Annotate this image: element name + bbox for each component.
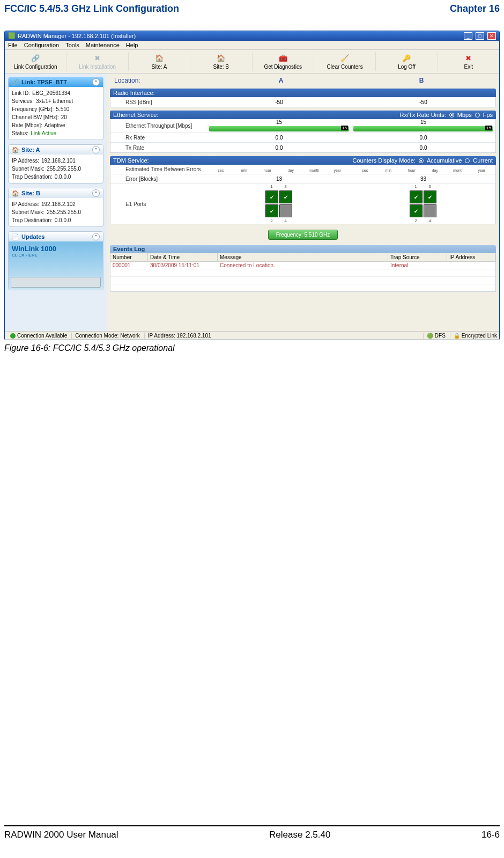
app-icon: 🟩 [8, 32, 16, 40]
radio-mbps[interactable] [449, 113, 454, 118]
e1-port-b1[interactable]: ✔ [410, 190, 423, 203]
install-icon: ✖ [93, 53, 102, 63]
ethernet-header: Ethernet Service: Rx/Tx Rate Units: Mbps… [110, 111, 496, 119]
event-row[interactable]: 000001 30/03/2009 15:11:01 Connected to … [110, 262, 495, 269]
col-ipaddress[interactable]: IP Address [447, 253, 495, 261]
column-a-header: A [211, 77, 351, 84]
app-title: RADWIN Manager - 192.168.2.101 (Installe… [18, 33, 136, 39]
tb-clear-counters[interactable]: 🧹Clear Counters [314, 52, 376, 71]
menu-maintenance[interactable]: Maintenance [86, 42, 120, 48]
e1-port-b4[interactable] [424, 204, 436, 217]
status-dfs: 🟢DFS [423, 333, 446, 339]
status-encrypted: 🔒Encrypted Link [450, 333, 497, 339]
event-row-blank [110, 276, 495, 284]
status-mode: Connection Mode: Network [71, 333, 140, 339]
exit-icon: ✖ [464, 53, 473, 63]
e1-port-a1[interactable]: ✔ [265, 190, 278, 203]
chevron-up-icon[interactable]: ˄ [92, 189, 100, 197]
chevron-up-icon[interactable]: ˄ [92, 78, 100, 86]
tb-log-off[interactable]: 🔑Log Off [376, 52, 438, 71]
menu-tools[interactable]: Tools [65, 42, 79, 48]
events-table: Number Date & Time Message Trap Source I… [110, 253, 496, 292]
col-number[interactable]: Number [110, 253, 148, 261]
timescale-b: secminhourdaymonthyear [351, 167, 495, 172]
tb-exit[interactable]: ✖Exit [438, 52, 499, 71]
link-icon: 🔗 [31, 53, 40, 63]
col-message[interactable]: Message [218, 253, 388, 261]
lock-icon: 🔒 [454, 333, 460, 339]
column-b-header: B [351, 77, 492, 84]
status-ip: IP Address: 192.168.2.101 [144, 333, 211, 339]
footer-center: Release 2.5.40 [269, 830, 330, 840]
titlebar: 🟩 RADWIN Manager - 192.168.2.101 (Instal… [5, 31, 499, 41]
site-b-icon: 🏠 [216, 53, 226, 63]
panel-site-a-header[interactable]: 🏠 Site: A ˄ [9, 145, 103, 155]
site-a-icon: 🏠 [154, 53, 164, 63]
e1-ports-b: 13 ✔✔ ✔ 24 [410, 184, 438, 224]
radio-accumulative[interactable] [419, 158, 424, 163]
footer-left: RADWIN 2000 User Manual [4, 830, 118, 840]
status-dot-icon [10, 333, 16, 339]
radio-fps[interactable] [475, 113, 480, 118]
updates-icon: 📄 [12, 233, 19, 240]
tb-link-installation[interactable]: ✖Link Installation [66, 52, 128, 71]
status-connection: Connection Available [7, 333, 67, 339]
events-section: Events Log Number Date & Time Message Tr… [110, 245, 496, 292]
minimize-button[interactable]: _ [464, 32, 472, 40]
tdm-header: TDM Service: Counters Display Mode: Accu… [110, 156, 496, 165]
toolbar: 🔗Link Configuration ✖Link Installation 🏠… [5, 50, 499, 74]
close-button[interactable]: ✕ [487, 32, 496, 40]
footer-right: 16-6 [481, 830, 500, 840]
event-row-blank [110, 269, 495, 276]
throughput-bar-b: 015 [353, 125, 493, 133]
app-window: 🟩 RADWIN Manager - 192.168.2.101 (Instal… [4, 31, 500, 340]
device-graphic [11, 277, 101, 288]
menu-help[interactable]: Help [126, 42, 138, 48]
e1-ports-a: 13 ✔✔ ✔ 24 [265, 184, 293, 224]
tdm-section: TDM Service: Counters Display Mode: Accu… [110, 156, 496, 224]
panel-site-a-body: IP Address:192.168.2.101 Subnet Mask:255… [9, 155, 103, 183]
radio-current[interactable] [465, 158, 470, 163]
tb-site-b[interactable]: 🏠Site: B [190, 52, 252, 71]
e1-port-a2[interactable]: ✔ [265, 204, 278, 217]
chevron-up-icon[interactable]: ˄ [92, 146, 100, 153]
menu-configuration[interactable]: Configuration [24, 42, 59, 48]
statusbar: Connection Available Connection Mode: Ne… [5, 331, 499, 340]
menu-file[interactable]: File [8, 42, 18, 48]
diagnostics-icon: 🧰 [278, 53, 288, 63]
event-row-blank [110, 284, 495, 291]
panel-updates-header[interactable]: 📄 Updates ˄ [9, 232, 103, 241]
page-footer: RADWIN 2000 User Manual Release 2.5.40 1… [4, 825, 500, 840]
page-header: FCC/IC 5.4/5.3 GHz Link Configuration Ch… [4, 3, 500, 14]
tb-link-configuration[interactable]: 🔗Link Configuration [5, 52, 66, 71]
e1-port-b3[interactable]: ✔ [424, 190, 436, 203]
col-datetime[interactable]: Date & Time [148, 253, 218, 261]
panel-site-b: 🏠 Site: B ˄ IP Address:192.168.2.102 Sub… [8, 188, 103, 227]
throughput-bar-a: 015 [209, 125, 349, 133]
timescale-a: secminhourdaymonthyear [207, 167, 351, 172]
e1-port-b2[interactable]: ✔ [410, 204, 423, 217]
location-row: Location: A B [110, 76, 496, 85]
header-left: FCC/IC 5.4/5.3 GHz Link Configuration [4, 3, 179, 14]
radio-header: Radio Interface: [110, 89, 496, 97]
col-trapsource[interactable]: Trap Source [388, 253, 447, 261]
tb-diagnostics[interactable]: 🧰Get Diagnostics [253, 52, 314, 71]
panel-site-b-header[interactable]: 🏠 Site: B ˄ [9, 188, 103, 198]
link-small-icon: 🔗 [12, 79, 19, 86]
maximize-button[interactable]: □ [476, 32, 484, 40]
panel-link: 🔗 Link: TPSF_BTT ˄ Link ID:EBG_20561334 … [8, 77, 103, 140]
panel-link-header[interactable]: 🔗 Link: TPSF_BTT ˄ [9, 77, 103, 87]
panel-updates: 📄 Updates ˄ WinLink 1000 CLICK HERE [8, 231, 103, 290]
menubar: File Configuration Tools Maintenance Hel… [5, 41, 499, 50]
e1-port-a4[interactable] [279, 204, 292, 217]
updates-promo[interactable]: WinLink 1000 CLICK HERE [9, 241, 103, 290]
logoff-icon: 🔑 [402, 53, 411, 63]
header-right: Chapter 16 [450, 3, 500, 14]
tb-site-a[interactable]: 🏠Site: A [129, 52, 190, 71]
chevron-up-icon[interactable]: ˄ [92, 233, 100, 240]
clear-icon: 🧹 [340, 53, 350, 63]
e1-port-a3[interactable]: ✔ [279, 190, 292, 203]
ethernet-section: Ethernet Service: Rx/Tx Rate Units: Mbps… [110, 111, 496, 153]
site-a-small-icon: 🏠 [12, 146, 19, 153]
main-area: Location: A B Radio Interface: RSS [dBm]… [107, 74, 499, 331]
